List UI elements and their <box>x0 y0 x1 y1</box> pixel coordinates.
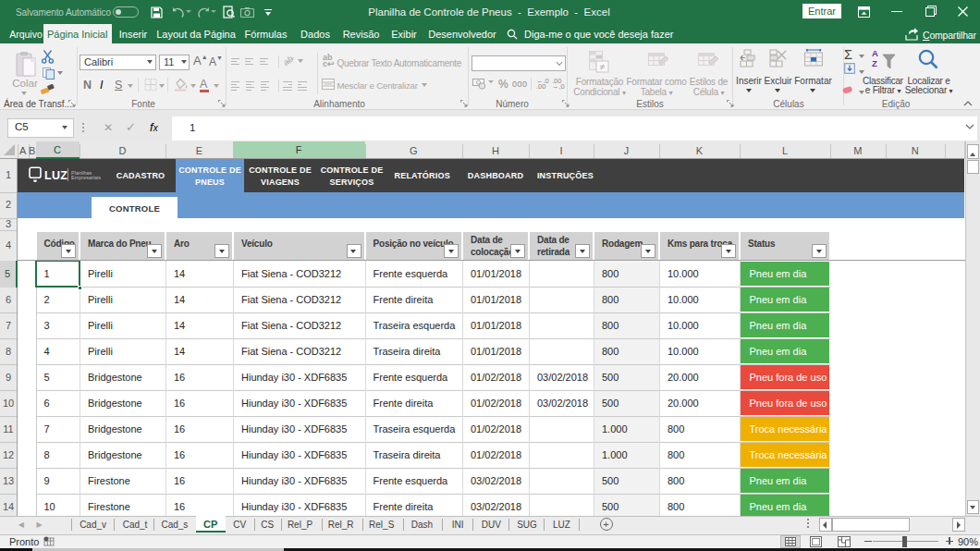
svg-text:≠: ≠ <box>600 62 606 72</box>
